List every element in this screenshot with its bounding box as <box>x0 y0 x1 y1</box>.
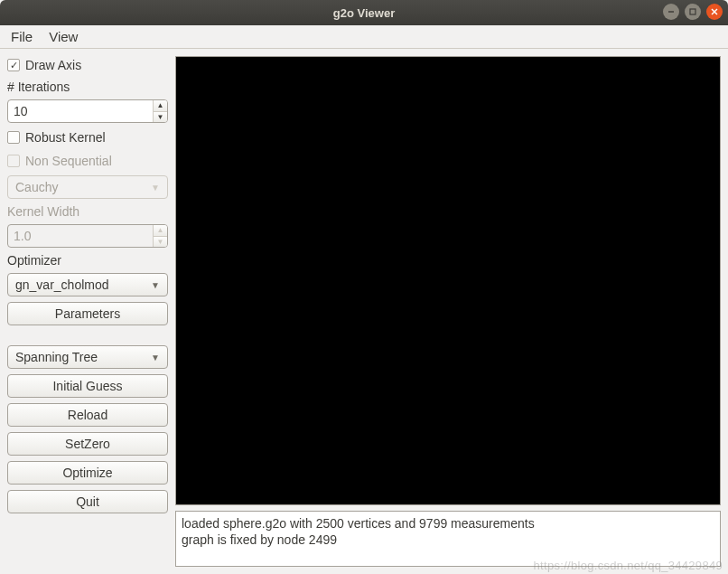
setzero-button[interactable]: SetZero <box>7 432 168 456</box>
parameters-button[interactable]: Parameters <box>7 302 168 325</box>
spin-buttons: ▲ ▼ <box>153 100 167 122</box>
draw-axis-label: Draw Axis <box>25 58 81 72</box>
spin-up-icon[interactable]: ▲ <box>154 100 167 111</box>
non-sequential-label: Non Sequential <box>25 154 112 168</box>
minimize-button[interactable] <box>663 4 679 20</box>
menu-file[interactable]: File <box>9 27 34 46</box>
checkbox-box-icon <box>7 155 20 167</box>
titlebar: g2o Viewer <box>0 0 728 25</box>
svg-rect-1 <box>690 9 695 14</box>
chevron-down-icon: ▼ <box>151 280 160 290</box>
main-area: loaded sphere.g2o with 2500 vertices and… <box>175 56 721 567</box>
reload-button-label: Reload <box>68 408 107 422</box>
chevron-down-icon: ▼ <box>151 183 160 193</box>
initial-guess-button[interactable]: Initial Guess <box>7 374 168 398</box>
gl-viewport[interactable] <box>175 56 721 505</box>
kernel-width-spinbox: 1.0 ▲ ▼ <box>7 224 168 248</box>
draw-axis-checkbox[interactable]: Draw Axis <box>7 56 168 74</box>
optimizer-value: gn_var_cholmod <box>15 278 109 292</box>
robust-kernel-label: Robust Kernel <box>25 130 106 145</box>
spacer <box>7 331 168 340</box>
window-controls <box>663 4 723 20</box>
spin-down-icon[interactable]: ▼ <box>154 111 167 123</box>
content: Draw Axis # Iterations 10 ▲ ▼ Robust Ker… <box>0 49 728 574</box>
reload-button[interactable]: Reload <box>7 403 168 427</box>
kernel-width-value: 1.0 <box>8 225 153 247</box>
window-title: g2o Viewer <box>333 6 395 20</box>
spin-down-icon: ▼ <box>154 236 167 248</box>
spin-up-icon: ▲ <box>154 225 167 236</box>
iterations-value[interactable]: 10 <box>8 100 153 122</box>
quit-button-label: Quit <box>76 494 99 509</box>
menu-view[interactable]: View <box>47 27 79 46</box>
optimizer-select[interactable]: gn_var_cholmod ▼ <box>7 273 168 296</box>
non-sequential-checkbox: Non Sequential <box>7 152 168 170</box>
optimizer-label: Optimizer <box>7 253 168 268</box>
parameters-button-label: Parameters <box>55 306 120 321</box>
chevron-down-icon: ▼ <box>151 353 160 362</box>
optimize-button[interactable]: Optimize <box>7 461 168 485</box>
kernel-type-value: Cauchy <box>15 180 58 194</box>
iterations-spinbox[interactable]: 10 ▲ ▼ <box>7 99 168 123</box>
init-method-select[interactable]: Spanning Tree ▼ <box>7 345 168 369</box>
robust-kernel-checkbox[interactable]: Robust Kernel <box>7 128 168 146</box>
status-output[interactable]: loaded sphere.g2o with 2500 vertices and… <box>175 511 721 567</box>
iterations-label: # Iterations <box>7 80 168 94</box>
sidebar: Draw Axis # Iterations 10 ▲ ▼ Robust Ker… <box>7 56 168 567</box>
initial-guess-button-label: Initial Guess <box>52 379 122 393</box>
spin-buttons: ▲ ▼ <box>153 225 167 247</box>
kernel-width-label: Kernel Width <box>7 204 168 219</box>
status-line-2: graph is fixed by node 2499 <box>182 532 714 548</box>
optimize-button-label: Optimize <box>62 466 112 480</box>
checkbox-box-icon <box>7 59 20 71</box>
status-line-1: loaded sphere.g2o with 2500 vertices and… <box>182 515 714 532</box>
init-method-value: Spanning Tree <box>15 350 98 364</box>
maximize-button[interactable] <box>685 4 701 20</box>
menubar: File View <box>0 25 728 49</box>
setzero-button-label: SetZero <box>65 437 110 451</box>
close-button[interactable] <box>706 4 723 20</box>
checkbox-box-icon <box>7 131 20 144</box>
kernel-type-select: Cauchy ▼ <box>7 175 168 199</box>
quit-button[interactable]: Quit <box>7 490 168 513</box>
